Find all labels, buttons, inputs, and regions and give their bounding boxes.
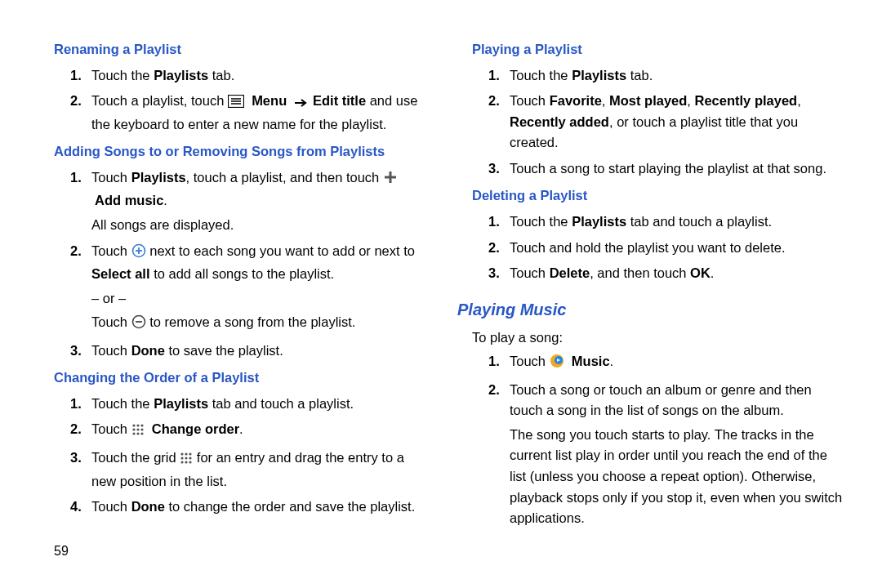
- text: .: [163, 193, 167, 207]
- steps-add-remove: 1. Touch Playlists, touch a playlist, an…: [39, 166, 425, 363]
- grid-icon: [180, 450, 193, 471]
- text-bold: Playlists: [572, 68, 626, 82]
- text-bold: Favorite: [550, 93, 602, 108]
- steps-playing-music: 1. Touch Music. 2. Touch a song or touch…: [457, 350, 843, 531]
- heading-deleting-playlist: Deleting a Playlist: [472, 185, 843, 207]
- text: The song you touch starts to play. The t…: [510, 425, 843, 529]
- text-bold: Change order: [152, 421, 239, 436]
- text: Touch a song to start playing the playli…: [510, 161, 826, 176]
- step: 1. Touch the Playlists tab.: [70, 64, 425, 88]
- step: 2. Touch and hold the playlist you want …: [488, 236, 843, 261]
- text: .: [710, 265, 715, 280]
- text: Touch: [510, 354, 550, 368]
- text: .: [239, 421, 243, 436]
- text-bold: Recently played: [695, 93, 798, 108]
- svg-point-13: [140, 425, 143, 427]
- text-bold: Playlists: [572, 214, 626, 229]
- text: ,: [797, 93, 801, 108]
- menu-icon: [228, 93, 244, 114]
- svg-point-20: [181, 452, 184, 455]
- right-column: Playing a Playlist 1. Touch the Playlist…: [457, 34, 843, 532]
- page-number: 59: [54, 541, 69, 562]
- step: 3. Touch the grid for an entry and drag …: [70, 446, 425, 493]
- minus-circle-icon: [131, 314, 146, 336]
- text: tab.: [626, 68, 653, 82]
- intro-text: To play a song:: [472, 327, 843, 349]
- step: 1. Touch the Playlists tab and touch a p…: [488, 210, 843, 234]
- text-bold: Add music: [95, 193, 163, 207]
- text-bold: Playlists: [131, 170, 186, 185]
- text: Touch the grid: [91, 450, 180, 465]
- svg-point-18: [136, 433, 139, 435]
- text-bold: Playlists: [154, 68, 208, 82]
- text: to save the playlist.: [165, 343, 283, 358]
- text: to add all songs to the playlist.: [150, 266, 335, 281]
- text: Touch and hold the playlist you want to …: [510, 240, 786, 255]
- step: 1. Touch Playlists, touch a playlist, an…: [70, 166, 425, 238]
- text-bold: Recently added: [510, 114, 609, 129]
- text: next to each song you want to add or nex…: [146, 243, 415, 258]
- steps-deleting-playlist: 1. Touch the Playlists tab and touch a p…: [457, 210, 843, 286]
- text-bold: Done: [131, 499, 165, 514]
- text-bold: Select all: [91, 266, 150, 281]
- text: Touch the: [510, 214, 572, 229]
- text: Touch the: [91, 396, 154, 411]
- svg-point-15: [136, 429, 139, 431]
- step: 2. Touch a song or touch an album or gen…: [488, 378, 843, 531]
- text: tab and touch a playlist.: [208, 396, 354, 411]
- left-column: Renaming a Playlist 1. Touch the Playlis…: [39, 34, 425, 532]
- text: Touch: [91, 499, 131, 514]
- document-page: Renaming a Playlist 1. Touch the Playlis…: [0, 0, 882, 555]
- text: Touch: [91, 314, 131, 329]
- text-bold: OK: [690, 265, 710, 280]
- text: Touch: [510, 265, 550, 280]
- text-bold: Done: [131, 343, 165, 358]
- text: Touch: [91, 421, 131, 436]
- svg-point-16: [140, 429, 143, 431]
- step: 1. Touch Music.: [488, 350, 843, 376]
- step: 2. Touch next to each song you want to a…: [70, 239, 425, 337]
- heading-changing-order: Changing the Order of a Playlist: [54, 368, 425, 389]
- step: 1. Touch the Playlists tab and touch a p…: [70, 392, 425, 416]
- svg-point-17: [132, 433, 135, 435]
- step: 2. Touch a playlist, touch Menu Edit tit…: [70, 89, 425, 136]
- svg-point-12: [136, 425, 139, 427]
- svg-point-27: [185, 461, 188, 463]
- svg-point-11: [132, 425, 135, 427]
- svg-point-24: [185, 457, 188, 459]
- svg-point-26: [181, 461, 184, 463]
- text: , touch a playlist, and then touch: [186, 170, 383, 185]
- step: 1. Touch the Playlists tab.: [488, 64, 843, 88]
- grid-small-icon: [131, 421, 145, 443]
- text: , and then touch: [590, 265, 690, 280]
- step: 3. Touch Done to save the playlist.: [70, 339, 425, 363]
- svg-point-25: [189, 457, 192, 459]
- arrow-right-icon: [294, 93, 309, 114]
- plus-thin-icon: [383, 170, 398, 191]
- step: 3. Touch a song to start playing the pla…: [488, 157, 843, 181]
- text: tab.: [208, 68, 234, 82]
- text: Touch the: [91, 68, 154, 82]
- text: Touch a playlist, touch: [91, 93, 228, 108]
- svg-point-21: [185, 452, 188, 455]
- text: Touch the: [510, 68, 572, 82]
- heading-renaming-playlist: Renaming a Playlist: [54, 39, 425, 60]
- text-bold: Edit title: [313, 93, 366, 108]
- step: 3. Touch Delete, and then touch OK.: [488, 261, 843, 286]
- text: .: [610, 354, 614, 368]
- plus-circle-icon: [131, 243, 146, 265]
- text: Touch: [510, 93, 550, 108]
- text: tab and touch a playlist.: [626, 214, 772, 229]
- text: All songs are displayed.: [91, 215, 425, 236]
- svg-point-28: [189, 461, 192, 463]
- text-bold: Music: [572, 354, 610, 368]
- svg-point-19: [140, 433, 143, 435]
- text-bold: Delete: [550, 265, 590, 280]
- text: – or –: [91, 288, 425, 310]
- text: to remove a song from the playlist.: [146, 314, 356, 329]
- text: to change the order and save the playlis…: [165, 499, 415, 514]
- steps-renaming: 1. Touch the Playlists tab. 2. Touch a p…: [39, 64, 425, 137]
- svg-point-23: [181, 457, 184, 459]
- text: Touch a song or touch an album or genre …: [510, 382, 812, 418]
- heading-adding-removing-songs: Adding Songs to or Removing Songs from P…: [54, 141, 425, 163]
